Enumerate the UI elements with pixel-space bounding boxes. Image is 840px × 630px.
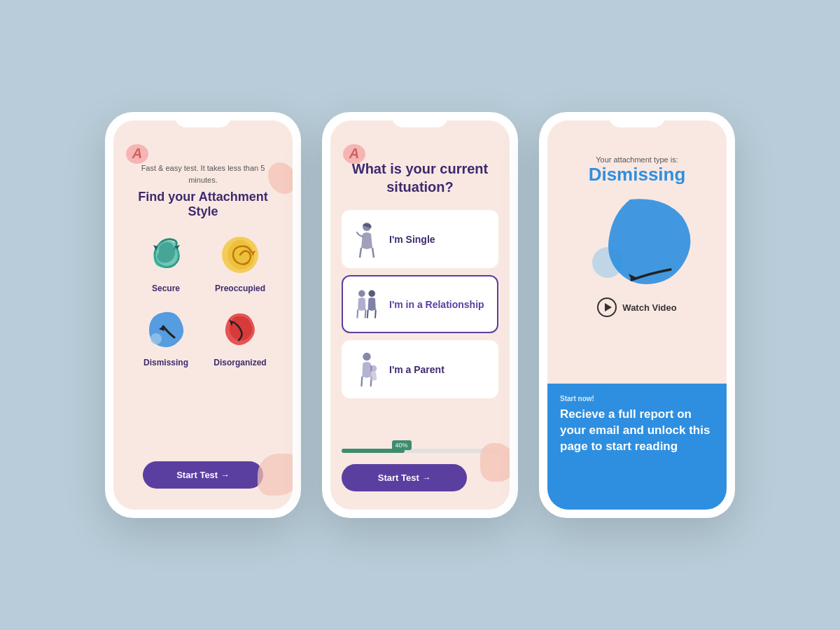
phone-3-bottom: Start now! Recieve a full report on your… [547,384,727,510]
dismissing-visual [581,192,693,290]
parent-figure [353,350,381,388]
preoccupied-label: Preoccupied [215,284,265,293]
svg-line-20 [375,310,376,318]
attachment-type-value: Dismissing [589,164,686,186]
logo-blob-1: A [125,141,150,167]
svg-line-13 [360,248,361,258]
start-test-button-1[interactable]: Start Test → [143,461,264,489]
svg-line-17 [365,310,366,318]
option-single[interactable]: I'm Single [342,210,498,268]
progress-badge: 40% [392,440,412,450]
svg-line-16 [357,310,358,318]
phone-3-top: Your attachment type is: Dismissing [547,120,727,384]
single-figure [353,220,381,258]
parent-label: I'm a Parent [389,364,444,375]
phone-3: Your attachment type is: Dismissing [539,112,735,518]
attachment-disorganized: Disorganized [209,304,272,368]
progress-container: 40% Start Test → [342,449,498,491]
start-test-button-2[interactable]: Start Test → [342,464,467,491]
progress-bar-fill: 40% [342,449,405,453]
attachment-type-label: Your attachment type is: [596,155,678,164]
svg-text:A: A [132,146,142,161]
svg-line-22 [361,377,362,386]
watch-video-button[interactable]: Watch Video [597,298,676,317]
report-start-label: Start now! [560,395,714,402]
attachment-preoccupied: Preoccupied [209,230,272,293]
phone-2: A What is your current situation? [322,112,518,518]
svg-line-14 [372,248,374,258]
play-icon [597,298,617,317]
preoccupied-icon [216,230,265,279]
disorganized-label: Disorganized [214,358,266,368]
attachment-secure: Secure [134,230,197,293]
relationship-label: I'm in a Relationship [389,299,484,310]
phone-1-content: A Fast & easy test. It takes less than 5… [113,120,293,510]
svg-point-15 [358,290,365,298]
secure-label: Secure [152,284,180,293]
progress-bar-bg: 40% [342,449,498,453]
phone-1-inner: A Fast & easy test. It takes less than 5… [113,120,293,510]
relationship-figure [353,285,381,323]
svg-point-21 [363,353,370,360]
phone-1: A Fast & easy test. It takes less than 5… [105,112,301,518]
attachment-dismissing: Dismissing [134,304,197,368]
notch-1 [175,112,231,127]
dismissing-label: Dismissing [144,358,188,368]
svg-text:A: A [349,146,359,161]
logo-blob-2: A [342,141,367,169]
play-triangle [605,303,612,312]
phone-3-inner: Your attachment type is: Dismissing [547,120,727,510]
phone-2-content: A What is your current situation? [330,120,510,510]
attachment-grid: Secure Preoccu [127,230,279,368]
blob-bottom-right-1 [258,454,293,496]
option-relationship[interactable]: I'm in a Relationship [342,275,498,333]
notch-3 [609,112,665,127]
phone-1-title: Find your Attachment Style [127,190,279,219]
report-text: Recieve a full report on your email and … [560,407,714,455]
phone-3-content: Your attachment type is: Dismissing [547,120,727,510]
phone-2-inner: A What is your current situation? [330,120,510,510]
svg-line-19 [368,310,368,318]
dismissing-icon [141,304,190,354]
svg-point-18 [368,290,375,298]
disorganized-icon [216,304,265,354]
svg-point-7 [150,333,162,344]
notch-2 [392,112,448,127]
single-label: I'm Single [389,234,435,245]
watch-video-label: Watch Video [622,302,676,313]
phone-1-subtitle: Fast & easy test. It takes less than 5 m… [127,162,279,186]
option-parent[interactable]: I'm a Parent [342,340,498,398]
secure-icon [141,230,190,279]
blob-p2 [480,443,510,482]
phones-container: A Fast & easy test. It takes less than 5… [105,112,735,518]
